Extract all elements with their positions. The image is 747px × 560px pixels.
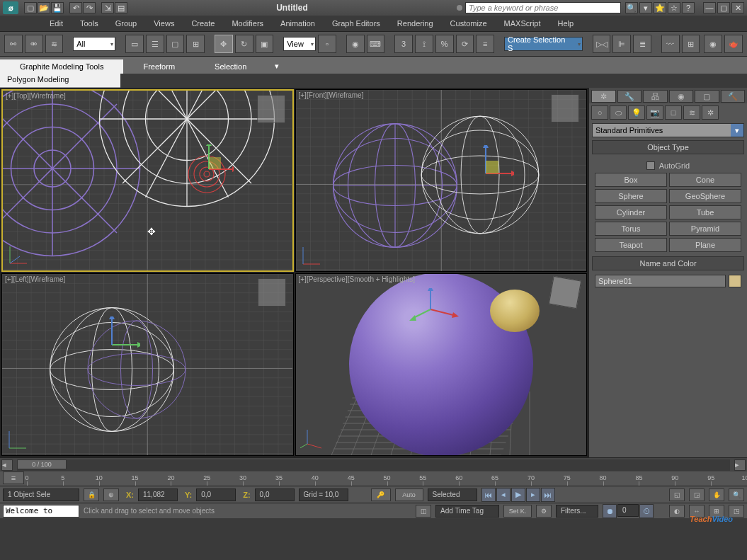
render-setup-icon[interactable]: 🫖	[724, 35, 743, 53]
close-button[interactable]: ✕	[731, 2, 744, 13]
named-selection-dropdown[interactable]: Create Selection S	[504, 37, 583, 51]
geometry-icon[interactable]: ○	[591, 105, 608, 120]
cameras-icon[interactable]: 📷	[646, 105, 663, 120]
lights-icon[interactable]: 💡	[628, 105, 645, 120]
utilities-panel-tab[interactable]: 🔨	[721, 90, 746, 103]
search-dd-icon[interactable]: ▾	[639, 2, 652, 13]
bind-space-icon[interactable]: ≋	[45, 35, 64, 53]
viewport-top-label[interactable]: [+][Top][Wireframe]	[6, 92, 66, 100]
autokey-toggle-icon[interactable]: 🔑	[371, 488, 391, 501]
percent-snap-icon[interactable]: %	[435, 35, 454, 53]
scale-tool-icon[interactable]: ▣	[256, 35, 274, 53]
schematic-icon[interactable]: ⊞	[682, 35, 700, 53]
time-slider-handle[interactable]: 0 / 100	[17, 459, 67, 469]
curve-editor-icon[interactable]: 〰	[661, 35, 680, 53]
redo-icon[interactable]: ↷	[83, 2, 96, 13]
object-color-swatch[interactable]	[729, 275, 741, 287]
prev-frame-icon[interactable]: ◂	[496, 488, 511, 502]
search-input[interactable]	[465, 2, 621, 13]
help-icon[interactable]: ?	[682, 2, 695, 13]
viewport-nav1-icon[interactable]: ◱	[669, 488, 685, 501]
project-icon[interactable]: ▤	[115, 2, 127, 13]
star-dd-icon[interactable]: ☆	[668, 2, 680, 13]
menu-rendering[interactable]: Rendering	[390, 17, 440, 30]
primitive-torus[interactable]: Torus	[595, 222, 667, 236]
layers-icon[interactable]: ≣	[633, 35, 651, 53]
manipulate-icon[interactable]: ◉	[346, 35, 365, 53]
edit-named-icon[interactable]: ≡	[476, 35, 494, 53]
maxscript-listener[interactable]: Welcome to	[3, 505, 79, 518]
z-coord-input[interactable]: 0,0	[255, 488, 295, 501]
material-editor-icon[interactable]: ◉	[704, 35, 722, 53]
viewport-top[interactable]: [+][Top][Wireframe] document.currentScri…	[1, 89, 294, 272]
primitive-cone[interactable]: Cone	[669, 173, 741, 187]
viewcube-left[interactable]	[258, 278, 286, 307]
menu-modifiers[interactable]: Modifiers	[224, 17, 270, 30]
menu-tools[interactable]: Tools	[73, 17, 106, 30]
primitive-tube[interactable]: Tube	[669, 205, 741, 219]
current-frame-input[interactable]: 0	[617, 504, 639, 517]
snap-toggle-icon[interactable]: 3	[394, 35, 413, 53]
time-ruler[interactable]: ≡ 05101520253035404550556065707580859095…	[0, 472, 747, 486]
primitive-plane[interactable]: Plane	[669, 238, 741, 252]
angle-snap-icon[interactable]: ⟟	[415, 35, 433, 53]
viewport-persp-label[interactable]: [+][Perspective][Smooth + Highlights]	[299, 275, 416, 283]
viewcube-persp[interactable]	[549, 276, 581, 309]
menu-edit[interactable]: Edit	[42, 17, 70, 30]
link-tool-icon[interactable]: ⚯	[4, 35, 23, 53]
undo-icon[interactable]: ↶	[69, 2, 82, 13]
chevron-down-icon[interactable]: ▾	[731, 124, 743, 137]
mirror-icon[interactable]: ▷◁	[593, 35, 611, 53]
menu-customize[interactable]: Customize	[443, 17, 494, 30]
add-time-tag[interactable]: Add Time Tag	[435, 505, 499, 518]
menu-graph-editors[interactable]: Graph Editors	[325, 17, 387, 30]
timeline-next-icon[interactable]: ▸	[734, 459, 746, 471]
maximize-button[interactable]: ▢	[717, 2, 730, 13]
favorites-icon[interactable]: ⭐	[654, 2, 666, 13]
primitive-pyramid[interactable]: Pyramid	[669, 222, 741, 236]
link-icon[interactable]: ⇲	[101, 2, 114, 13]
viewport-nav2-icon[interactable]: ◲	[689, 488, 705, 501]
viewcube-front[interactable]	[551, 94, 579, 122]
tab-expand-icon[interactable]: ▾	[266, 59, 287, 74]
object-name-input[interactable]	[595, 275, 726, 287]
open-icon[interactable]: 📂	[38, 2, 50, 13]
viewport-nav3-icon[interactable]: ✋	[709, 488, 724, 501]
viewport-perspective[interactable]: [+][Perspective][Smooth + Highlights] {l…	[295, 273, 588, 456]
primitive-sphere[interactable]: Sphere	[595, 189, 667, 203]
shapes-icon[interactable]: ⬭	[610, 105, 627, 120]
category-dropdown[interactable]: Standard Primitives ▾	[592, 123, 744, 137]
tab-freeform[interactable]: Freeform	[123, 59, 195, 74]
menu-group[interactable]: Group	[108, 17, 144, 30]
lock-selection-icon[interactable]: 🔒	[84, 488, 99, 501]
tab-graphite[interactable]: Graphite Modeling Tools	[0, 59, 123, 74]
time-tag-icon[interactable]: ◫	[416, 505, 431, 518]
y-coord-input[interactable]: 0,0	[196, 488, 236, 501]
rotate-tool-icon[interactable]: ↻	[235, 35, 253, 53]
primitive-box[interactable]: Box	[595, 173, 667, 187]
move-tool-icon[interactable]: ✥	[215, 35, 233, 53]
goto-start-icon[interactable]: ⏮	[481, 488, 496, 502]
spinner-snap-icon[interactable]: ⟳	[456, 35, 474, 53]
menu-maxscript[interactable]: MAXScript	[497, 17, 548, 30]
viewport-left[interactable]: [+][Left][Wireframe] document.currentScr…	[1, 273, 294, 456]
timeline-config-icon[interactable]: ≡	[3, 472, 24, 484]
helpers-icon[interactable]: □	[665, 105, 682, 120]
menu-views[interactable]: Views	[147, 17, 181, 30]
menu-animation[interactable]: Animation	[273, 17, 322, 30]
autokey-button[interactable]: Auto	[395, 488, 423, 501]
play-icon[interactable]: ▶	[511, 488, 525, 502]
select-name-icon[interactable]: ☰	[146, 35, 164, 53]
menu-create[interactable]: Create	[184, 17, 222, 30]
x-coord-input[interactable]: 11,082	[138, 488, 178, 501]
new-icon[interactable]: ▢	[24, 2, 37, 13]
next-frame-icon[interactable]: ▸	[526, 488, 540, 502]
systems-icon[interactable]: ✲	[702, 105, 719, 120]
keyboard-shortcut-icon[interactable]: ⌨	[367, 35, 385, 53]
setkey-button[interactable]: Set K.	[503, 505, 532, 518]
viewcube-top[interactable]	[257, 95, 285, 123]
menu-help[interactable]: Help	[551, 17, 581, 30]
viewport-nav4-icon[interactable]: 🔍	[729, 488, 744, 501]
primitive-cylinder[interactable]: Cylinder	[595, 205, 667, 219]
name-color-header[interactable]: Name and Color	[592, 256, 744, 270]
